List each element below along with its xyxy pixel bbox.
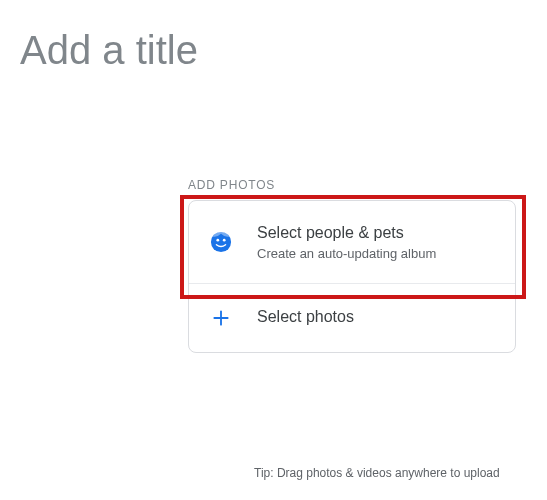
album-title-input[interactable] bbox=[20, 28, 520, 73]
svg-point-1 bbox=[216, 239, 219, 242]
face-icon bbox=[209, 230, 233, 254]
select-photos-option[interactable]: Select photos bbox=[189, 283, 515, 352]
option-subtitle: Create an auto-updating album bbox=[257, 246, 436, 261]
option-title: Select photos bbox=[257, 307, 354, 328]
option-title: Select people & pets bbox=[257, 223, 436, 244]
select-people-pets-option[interactable]: Select people & pets Create an auto-upda… bbox=[189, 201, 515, 283]
drag-upload-tip: Tip: Drag photos & videos anywhere to up… bbox=[254, 466, 500, 480]
plus-icon bbox=[209, 306, 233, 330]
svg-point-2 bbox=[223, 239, 226, 242]
add-photos-section-label: ADD PHOTOS bbox=[188, 178, 275, 192]
add-photos-card: Select people & pets Create an auto-upda… bbox=[188, 200, 516, 353]
